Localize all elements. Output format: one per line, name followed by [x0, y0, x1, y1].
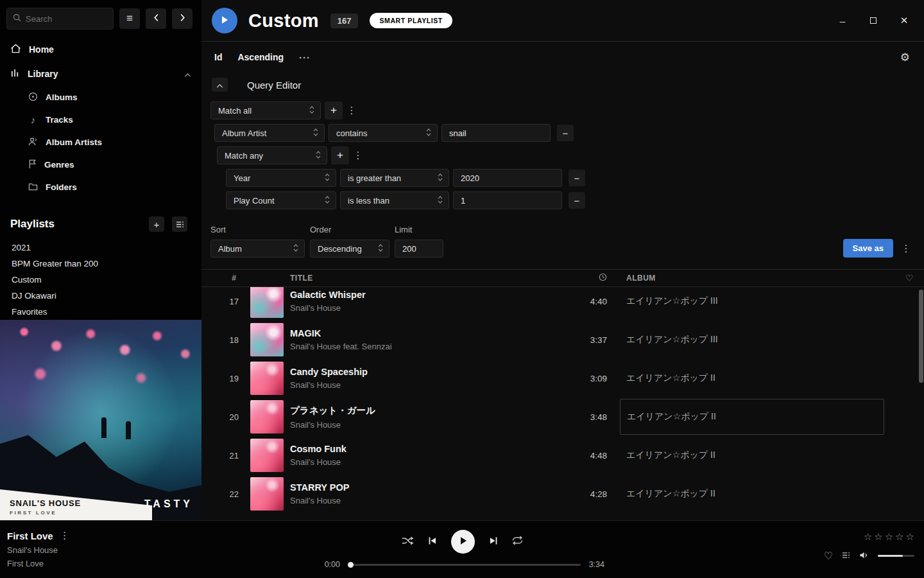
group-menu-button[interactable]: ⋮	[353, 150, 363, 161]
collapse-query-editor-button[interactable]	[212, 78, 228, 92]
remove-rule-button[interactable]: −	[569, 192, 585, 209]
maximize-icon	[870, 17, 877, 24]
track-row[interactable]: 19 Candy Spaceship Snail's House 3:09 エイ…	[201, 359, 924, 398]
shuffle-button[interactable]	[402, 536, 414, 547]
smart-playlist-badge: SMART PLAYLIST	[370, 13, 452, 28]
playlist-item[interactable]: 2021	[12, 240, 201, 256]
menu-button[interactable]: ≡	[119, 8, 140, 29]
minus-icon: −	[563, 128, 569, 139]
album-art-thumbnail	[250, 323, 284, 356]
track-row[interactable]: 20 プラネット・ガール Snail's House 3:48 エイリアン☆ポッ…	[201, 398, 924, 436]
volume-button[interactable]	[859, 551, 869, 561]
favorite-button[interactable]: ♡	[824, 550, 833, 562]
column-number[interactable]: #	[201, 274, 239, 283]
track-row[interactable]: 22 STARRY POP Snail's House 4:28 エイリアン☆ポ…	[201, 475, 924, 513]
more-options-button[interactable]: ···	[299, 52, 311, 63]
add-rule-button[interactable]: +	[331, 146, 349, 164]
add-rule-button[interactable]: +	[325, 101, 343, 119]
column-duration[interactable]	[575, 273, 620, 283]
scrollbar-thumb[interactable]	[919, 290, 923, 383]
artist-icon	[28, 137, 38, 148]
track-album-focused[interactable]: エイリアン☆ポップ II	[620, 399, 894, 435]
sidebar-item-library[interactable]: Library	[0, 62, 201, 86]
rule-value-input[interactable]	[453, 169, 562, 187]
track-duration: 3:09	[575, 374, 620, 383]
clock-icon	[599, 273, 607, 283]
settings-gear-icon[interactable]: ⚙	[900, 51, 910, 64]
sidebar-item-genres[interactable]: Genres	[0, 153, 201, 176]
now-playing-artwork: SNAIL'S HOUSE FIRST LOVE TASTY	[0, 320, 201, 520]
speaker-icon	[859, 551, 869, 561]
track-duration: 4:40	[575, 297, 620, 306]
star-icon[interactable]: ☆	[864, 531, 872, 543]
volume-slider[interactable]	[878, 555, 914, 557]
next-track-button[interactable]	[489, 536, 498, 547]
track-album: エイリアン☆ポップ II	[620, 450, 894, 461]
seek-handle[interactable]	[348, 562, 354, 568]
previous-track-button[interactable]	[428, 536, 437, 547]
save-menu-button[interactable]: ⋮	[901, 243, 911, 254]
sidebar-item-album-artists[interactable]: Album Artists	[0, 131, 201, 153]
track-title: プラネット・ガール	[290, 405, 575, 417]
star-icon[interactable]: ☆	[895, 531, 903, 543]
sidebar-item-label: Genres	[44, 160, 74, 170]
track-row[interactable]: 21 Cosmo Funk Snail's House 4:48 エイリアン☆ポ…	[201, 436, 924, 475]
playlist-item[interactable]: BPM Greater than 200	[12, 256, 201, 272]
sort-direction-button[interactable]: Ascending	[237, 52, 284, 62]
queue-button[interactable]	[842, 551, 850, 561]
column-title[interactable]: TITLE	[284, 274, 575, 283]
remove-rule-button[interactable]: −	[569, 170, 585, 186]
now-playing-menu-button[interactable]: ⋮	[60, 530, 70, 541]
sort-select[interactable]: Album	[210, 240, 305, 258]
track-artist: Snail's House	[290, 457, 575, 467]
chevron-up-icon[interactable]	[184, 69, 191, 79]
star-icon[interactable]: ☆	[885, 531, 893, 543]
rule-value-input[interactable]	[441, 124, 551, 142]
repeat-button[interactable]	[512, 536, 523, 547]
star-icon[interactable]: ☆	[874, 531, 882, 543]
rule-operator-select[interactable]: is greater than	[340, 169, 449, 187]
minimize-button[interactable]: –	[837, 15, 848, 26]
nav-forward-button[interactable]	[172, 8, 193, 29]
column-album[interactable]: ALBUM	[620, 274, 894, 283]
playlist-header: Custom 167 SMART PLAYLIST – ✕	[201, 0, 924, 42]
save-as-button[interactable]: Save as	[843, 239, 893, 258]
playlist-list-button[interactable]	[172, 216, 187, 232]
add-playlist-button[interactable]: +	[149, 216, 164, 232]
rule-field-select[interactable]: Album Artist	[214, 124, 325, 142]
order-select[interactable]: Descending	[310, 240, 389, 258]
sidebar-item-folders[interactable]: Folders	[0, 176, 201, 198]
sort-field-button[interactable]: Id	[214, 52, 222, 62]
rule-operator-select[interactable]: contains	[329, 124, 438, 142]
seek-bar[interactable]	[348, 564, 581, 566]
album-art-thumbnail	[250, 400, 284, 434]
track-row[interactable]: 17 Galactic Whisper Snail's House 4:40 エ…	[201, 287, 924, 320]
rule-field-select[interactable]: Play Count	[226, 191, 336, 209]
rule-value-input[interactable]	[453, 191, 562, 209]
limit-input[interactable]	[395, 240, 443, 258]
remove-rule-button[interactable]: −	[557, 125, 574, 141]
playlist-item[interactable]: Favorites	[12, 304, 201, 320]
play-pause-button[interactable]	[451, 530, 475, 554]
updown-icon	[293, 244, 298, 254]
play-playlist-button[interactable]	[212, 8, 237, 33]
playlist-item[interactable]: DJ Okawari	[12, 288, 201, 304]
playlist-item[interactable]: Custom	[12, 272, 201, 288]
play-icon	[221, 15, 228, 26]
maximize-button[interactable]	[868, 15, 879, 26]
rule-field-select[interactable]: Year	[226, 169, 336, 187]
close-button[interactable]: ✕	[898, 15, 910, 26]
track-row[interactable]: 18 MAGIK Snail's House feat. Sennzai 3:3…	[201, 320, 924, 359]
star-icon[interactable]: ☆	[906, 531, 914, 543]
search-input[interactable]	[26, 14, 107, 24]
sidebar-item-albums[interactable]: Albums	[0, 86, 201, 109]
group-menu-button[interactable]: ⋮	[346, 105, 357, 116]
sidebar-item-home[interactable]: Home	[0, 37, 201, 62]
search-box[interactable]	[6, 8, 114, 30]
match-mode-select[interactable]: Match any	[217, 146, 327, 164]
match-mode-select[interactable]: Match all	[210, 101, 321, 119]
column-favorite[interactable]: ♡	[894, 273, 924, 283]
rule-operator-select[interactable]: is less than	[340, 191, 449, 209]
sidebar-item-tracks[interactable]: ♪ Tracks	[0, 109, 201, 131]
nav-back-button[interactable]	[146, 8, 166, 29]
